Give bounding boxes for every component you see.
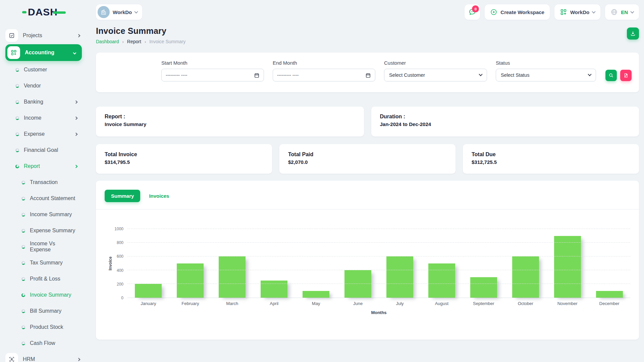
sidebar-item-label: Cash Flow (30, 340, 77, 346)
gridline (127, 284, 630, 284)
messages-count-badge: 0 (472, 5, 479, 12)
building-icon (100, 9, 107, 15)
sidebar-item-invoice-summary[interactable]: Invoice Summary (0, 287, 87, 303)
end-month-input[interactable] (273, 69, 375, 81)
end-month-label: End Month (273, 60, 375, 66)
sidebar-item-label: Report (24, 163, 75, 169)
chart-panel: Summary Invoices Invoice 020040060080010… (96, 181, 639, 340)
sidebar-item-accounting[interactable]: Accounting (5, 44, 82, 61)
sidebar-item-label: Financial Goal (24, 147, 77, 153)
accounting-icon (7, 46, 20, 59)
sidebar-item-product-stock[interactable]: Product Stock (0, 319, 87, 335)
sidebar-item-report[interactable]: Report (0, 158, 87, 174)
chart-y-axis: Invoice 02004006008001000 (105, 229, 127, 298)
sidebar-item-hrm[interactable]: HRM (0, 351, 87, 362)
bar-cell (211, 229, 253, 298)
totals-row: Total Invoice $314,795.5 Total Paid $2,0… (96, 144, 639, 174)
download-button[interactable] (627, 27, 639, 40)
sidebar-item-transaction[interactable]: Transaction (0, 174, 87, 190)
sidebar-item-label: Bill Summary (30, 308, 77, 314)
sidebar-item-vendor[interactable]: Vendor (0, 78, 87, 94)
chevron-right-icon (74, 100, 78, 104)
breadcrumb-dashboard[interactable]: Dashboard (96, 39, 119, 44)
bullet-icon (21, 277, 25, 281)
start-month-input[interactable] (161, 69, 264, 81)
sidebar-item-expense[interactable]: Expense (0, 126, 87, 142)
chevron-right-icon: › (122, 39, 124, 44)
bullet-icon (15, 84, 19, 88)
bar-chart: Invoice 02004006008001000 JanuaryFebruar… (105, 229, 630, 315)
total-paid-card: Total Paid $2,070.0 (279, 144, 455, 174)
workdo-menu-button[interactable]: WorkDo (554, 4, 600, 20)
divider (96, 209, 639, 209)
filter-actions (605, 70, 632, 81)
chevron-down-icon (479, 72, 482, 76)
bullet-icon (21, 309, 25, 313)
tab-invoices[interactable]: Invoices (149, 193, 169, 199)
language-selector[interactable]: EN (605, 4, 639, 20)
chart-y-axis-title: Invoice (108, 256, 113, 270)
gridline (127, 229, 630, 229)
sidebar-item-label: Product Stock (30, 324, 77, 330)
bullet-icon (21, 325, 25, 329)
create-workspace-button[interactable]: Create Workspace (485, 4, 550, 20)
sidebar-item-cash-flow[interactable]: Cash Flow (0, 335, 87, 351)
sidebar-item-label: Banking (24, 99, 75, 105)
y-tick-label: 800 (117, 240, 123, 245)
bullet-icon (21, 261, 25, 265)
messages-button[interactable]: 0 (465, 4, 480, 20)
bar-july (386, 256, 413, 298)
sidebar-item-financial-goal[interactable]: Financial Goal (0, 142, 87, 158)
end-month-field-group: End Month (273, 60, 375, 81)
globe-icon (610, 8, 618, 16)
page-header: Invoice Summary Dashboard › Report › Inv… (96, 26, 639, 44)
y-tick-label: 400 (117, 268, 123, 273)
x-tick-label: July (379, 301, 421, 306)
bullet-icon (21, 181, 25, 184)
bullet-icon (15, 132, 19, 136)
bullet-icon (21, 213, 25, 217)
sidebar-item-label: Profit & Loss (30, 276, 77, 282)
bar-march (219, 256, 246, 298)
bar-january (135, 284, 162, 298)
sidebar-item-label: Account Statement (30, 195, 77, 201)
sidebar-item-customer[interactable]: Customer (0, 62, 87, 78)
tab-summary[interactable]: Summary (105, 190, 140, 202)
sidebar-item-tax-summary[interactable]: Tax Summary (0, 255, 87, 271)
sidebar-item-profit-loss[interactable]: Profit & Loss (0, 271, 87, 287)
end-month-value[interactable] (277, 72, 365, 78)
total-paid-value: $2,070.0 (288, 159, 447, 165)
bar-cell (127, 229, 169, 298)
file-slash-icon (623, 73, 629, 78)
sidebar-item-expense-summary[interactable]: Expense Summary (0, 223, 87, 239)
reset-filter-button[interactable] (620, 70, 632, 81)
sidebar-item-label: Tax Summary (30, 260, 77, 266)
bullet-icon (21, 229, 25, 233)
bullet-icon (15, 68, 19, 72)
bullet-icon (15, 116, 19, 120)
sidebar-item-projects[interactable]: Projects (0, 27, 87, 44)
bar-cell (169, 229, 211, 298)
y-tick-label: 600 (117, 254, 123, 259)
bullet-icon (21, 245, 25, 249)
sidebar-item-label: Income Summary (30, 212, 77, 218)
customer-field-group: Customer Select Customer (384, 60, 487, 81)
status-select[interactable]: Select Status (496, 69, 596, 81)
customer-select[interactable]: Select Customer (384, 69, 487, 81)
sidebar-item-banking[interactable]: Banking (0, 94, 87, 110)
sidebar-item-account-statement[interactable]: Account Statement (0, 190, 87, 206)
chevron-right-icon (77, 34, 80, 37)
chart-x-axis-title: Months (127, 310, 630, 315)
sidebar-item-income[interactable]: Income (0, 110, 87, 126)
sidebar-item-bill-summary[interactable]: Bill Summary (0, 303, 87, 319)
search-button[interactable] (605, 70, 617, 81)
topbar-main: WorkDo 0 Create Workspace (87, 4, 644, 20)
sidebar-item-income-summary[interactable]: Income Summary (0, 206, 87, 223)
bar-april (261, 281, 287, 298)
brand-logo[interactable]: DASH (22, 6, 66, 18)
sidebar-item-income-vs-expense[interactable]: Income Vs Expense (0, 239, 87, 255)
x-tick-label: June (337, 301, 379, 306)
breadcrumb-report[interactable]: Report (127, 39, 141, 44)
start-month-value[interactable] (166, 72, 254, 78)
workspace-selector[interactable]: WorkDo (96, 4, 142, 20)
